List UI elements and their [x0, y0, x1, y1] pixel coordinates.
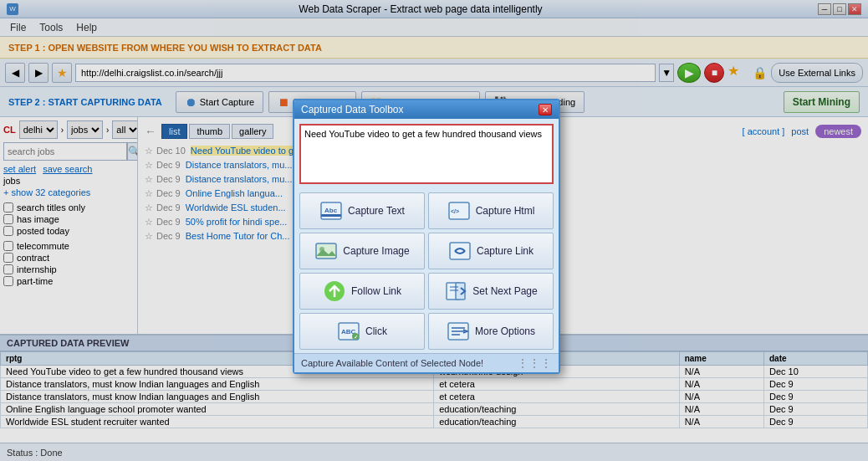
cell-date: Dec 9: [763, 391, 867, 403]
more-options-label: More Options: [475, 325, 535, 337]
star-icon[interactable]: ☆: [145, 146, 153, 156]
toolbox-modal: Captured Data Toolbox ✕ Need YouTube vid…: [293, 99, 560, 374]
internship-checkbox[interactable]: [3, 264, 13, 274]
svg-text:✓: ✓: [354, 335, 358, 340]
contract-checkbox[interactable]: [3, 253, 13, 263]
view-tabs: ← list thumb gallery: [145, 124, 273, 139]
listing-title[interactable]: Worldwide ESL studen...: [186, 202, 286, 213]
posted-today-checkbox[interactable]: [3, 226, 13, 236]
table-row: Worldwide ESL student recruiter wanteded…: [1, 416, 868, 428]
set-alert-link[interactable]: set alert: [3, 164, 36, 174]
tab-gallery[interactable]: gallery: [232, 124, 273, 139]
separator2: ›: [106, 125, 109, 135]
bookmark-button[interactable]: ★: [728, 63, 748, 83]
cell-date: Dec 10: [763, 366, 867, 378]
more-options-button[interactable]: More Options: [428, 313, 554, 350]
telecommute-checkbox[interactable]: [3, 241, 13, 251]
back-arrow[interactable]: ←: [145, 125, 156, 138]
step2-text: STEP 2 : START CAPTURING DATA: [8, 97, 162, 107]
star-icon[interactable]: ☆: [145, 231, 153, 242]
search-titles-checkbox[interactable]: [3, 202, 13, 213]
click-label: Click: [365, 325, 387, 337]
star-icon[interactable]: ☆: [145, 160, 153, 171]
toolbox-title-label: Captured Data Toolbox: [301, 104, 404, 115]
tab-thumb[interactable]: thumb: [189, 124, 230, 139]
listing-title[interactable]: Distance translators, mu...: [186, 174, 293, 184]
home-button[interactable]: ★: [52, 63, 72, 83]
search-go-button[interactable]: 🔍: [127, 142, 138, 161]
toolbox-close-button[interactable]: ✕: [539, 104, 552, 115]
app-icon: W: [7, 3, 18, 15]
window-title: Web Data Scraper - Extract web page data…: [299, 3, 542, 15]
cell-rptg: Worldwide ESL student recruiter wanted: [1, 416, 434, 428]
minimize-button[interactable]: ─: [818, 3, 831, 15]
url-dropdown[interactable]: ▼: [659, 64, 674, 82]
follow-link-button[interactable]: Follow Link: [299, 273, 425, 310]
part-time-label: part-time: [17, 276, 53, 286]
step1-bar: STEP 1 : OPEN WEBSITE FROM WHERE YOU WIS…: [0, 37, 868, 59]
menu-file[interactable]: File: [3, 20, 33, 35]
listing-title[interactable]: Online English langua...: [186, 188, 283, 198]
star-icon[interactable]: ☆: [145, 202, 153, 213]
cell-rptg: Distance translators, must know Indian l…: [1, 391, 434, 403]
post-link[interactable]: post: [791, 126, 809, 136]
capture-link-button[interactable]: Capture Link: [428, 233, 554, 269]
capture-html-button[interactable]: </> Capture Html: [428, 192, 554, 229]
start-capture-button[interactable]: ⏺ Start Capture: [176, 91, 263, 113]
star-icon[interactable]: ☆: [145, 174, 153, 185]
set-next-page-button[interactable]: Set Next Page: [428, 273, 554, 310]
internship-label: internship: [17, 264, 57, 274]
go-button[interactable]: ▶: [677, 63, 701, 83]
maximize-button[interactable]: □: [833, 3, 846, 15]
show-categories-link[interactable]: + show 32 categories: [3, 187, 134, 197]
set-next-page-label: Set Next Page: [472, 285, 537, 297]
table-row: Distance translators, must know Indian l…: [1, 378, 868, 391]
start-mining-button[interactable]: Start Mining: [784, 91, 860, 113]
capture-image-button[interactable]: Capture Image: [299, 233, 425, 269]
close-button[interactable]: ✕: [848, 3, 861, 15]
has-image-label: has image: [17, 214, 59, 224]
step1-text: STEP 1 : OPEN WEBSITE FROM WHERE YOU WIS…: [8, 43, 322, 53]
newest-button[interactable]: newest: [815, 125, 861, 138]
category-select[interactable]: jobs: [67, 120, 103, 139]
subcategory-select[interactable]: all: [112, 120, 138, 139]
tab-list[interactable]: list: [161, 124, 187, 139]
capture-image-label: Capture Image: [343, 245, 409, 257]
click-button[interactable]: ABC ✓ Click: [299, 313, 425, 350]
account-link[interactable]: [ account ]: [743, 126, 785, 136]
status-text: Status : Done: [7, 448, 63, 458]
stop-button[interactable]: ■: [704, 63, 724, 83]
cell-name: N/A: [679, 416, 763, 428]
save-search-link[interactable]: save search: [43, 164, 92, 174]
cell-location: education/teaching: [434, 416, 679, 428]
toolbox-status: Capture Available Content of Selected No…: [294, 353, 559, 372]
telecommute-label: telecommute: [17, 241, 69, 251]
start-capture-icon: ⏺: [185, 95, 197, 109]
follow-link-icon: [323, 279, 346, 303]
external-links-button[interactable]: Use External Links: [771, 63, 863, 83]
cell-location: et cetera: [434, 378, 679, 391]
part-time-checkbox[interactable]: [3, 276, 13, 286]
cell-rptg: Online English language school promoter …: [1, 403, 434, 416]
more-options-icon: [447, 320, 470, 343]
url-input[interactable]: [75, 64, 656, 82]
contract-label: contract: [17, 253, 49, 263]
search-input[interactable]: [3, 142, 127, 161]
forward-button[interactable]: ▶: [28, 63, 49, 83]
toolbox-dots: ⋮⋮⋮: [517, 356, 552, 370]
capture-text-button[interactable]: Abc Capture Text: [299, 192, 425, 229]
separator: ›: [61, 125, 64, 135]
star-icon[interactable]: ☆: [145, 217, 153, 228]
listing-title[interactable]: 50% profit for hindi spe...: [186, 217, 288, 227]
star-icon[interactable]: ☆: [145, 188, 153, 199]
back-button[interactable]: ◀: [5, 63, 25, 83]
menu-help[interactable]: Help: [69, 20, 104, 35]
has-image-checkbox[interactable]: [3, 214, 13, 224]
toolbox-preview-text: Need YouTube video to get a few hundred …: [304, 129, 542, 139]
menu-tools[interactable]: Tools: [33, 20, 69, 35]
listing-date: Dec 9: [156, 231, 181, 241]
capture-image-icon: [314, 239, 338, 263]
cell-name: N/A: [679, 391, 763, 403]
location-select[interactable]: delhi: [19, 120, 58, 139]
listing-title[interactable]: Distance translators, mu...: [186, 160, 293, 170]
